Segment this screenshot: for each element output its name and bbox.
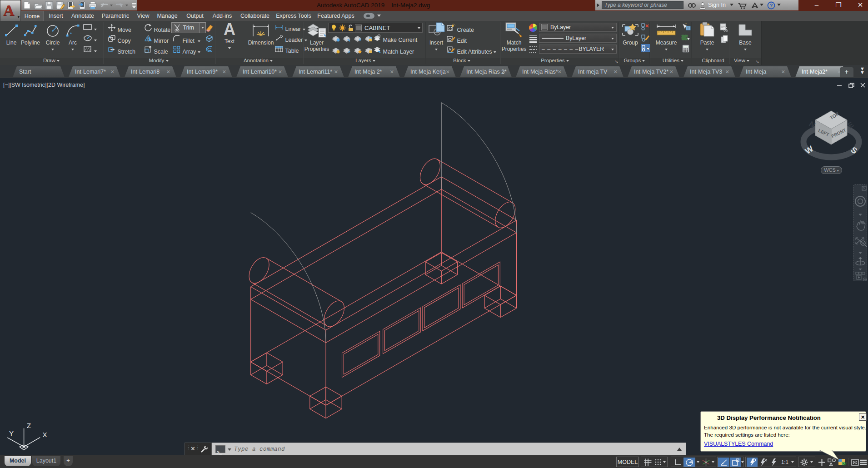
svg-text:X: X (42, 431, 47, 438)
svg-text:Z: Z (27, 422, 31, 429)
svg-text:?: ? (770, 3, 773, 8)
svg-text:Y: Y (9, 429, 14, 437)
